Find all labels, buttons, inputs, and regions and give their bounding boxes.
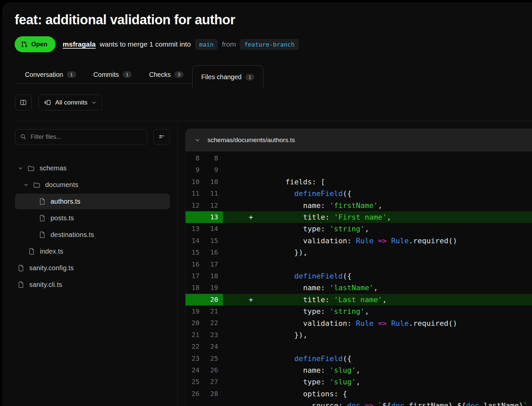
pr-byline: msfragala wants to merge 1 commit into m…: [63, 39, 299, 50]
diff-file-path: schemas/documents/authors.ts: [207, 136, 295, 144]
code-cell: name: 'slug',: [223, 341, 532, 352]
diff-panel: schemas/documents/authors.ts 8 8 fields:…: [185, 128, 532, 406]
new-line-number: 28: [204, 388, 223, 400]
pr-tabs: Conversation 1 Commits 1 Checks 3 Files …: [3, 65, 532, 89]
code-text: source: doc => `${doc.firstName} ${doc.l…: [268, 401, 528, 406]
code-cell: defineField({: [223, 247, 532, 258]
new-line-number: 18: [204, 270, 223, 282]
code-cell: name: 'firstName',: [223, 176, 532, 188]
sidebar-divider: [178, 121, 178, 406]
diff-sign: +: [249, 211, 253, 223]
diff-sign: +: [249, 294, 253, 305]
diff-row: 24 26 options: {: [186, 364, 532, 376]
tab-checks[interactable]: Checks 3: [140, 65, 192, 84]
code-cell: type: 'string',: [223, 200, 532, 211]
diff-toolbar: All commits: [15, 95, 102, 110]
tree-item-sanity-cli-ts[interactable]: sanity.cli.ts: [15, 277, 170, 293]
split-view-button[interactable]: [15, 95, 32, 110]
filter-options-button[interactable]: [153, 129, 170, 145]
old-line-number: 16: [186, 259, 204, 270]
tree-item-posts-ts[interactable]: posts.ts: [15, 210, 170, 226]
diff-row: 20 + validation: Rule => Rule.required(): [186, 294, 532, 305]
code-cell: type: 'string',: [223, 282, 532, 294]
old-line-number: 19: [186, 305, 204, 317]
pr-meta-row: Open msfragala wants to merge 1 commit i…: [15, 36, 299, 52]
old-line-number: 18: [186, 282, 204, 294]
new-line-number: 17: [204, 259, 223, 270]
head-branch-badge[interactable]: feature-branch: [240, 39, 299, 50]
base-branch-badge[interactable]: main: [195, 39, 218, 50]
pr-status-badge[interactable]: Open: [15, 36, 56, 52]
old-line-number: 8: [186, 152, 204, 164]
diff-row: 13 + validation: Rule => Rule.required(): [186, 211, 532, 223]
pr-status-label: Open: [31, 41, 48, 48]
diff-row: 13 14 }),: [186, 223, 532, 235]
new-line-number: 25: [204, 353, 223, 364]
old-line-number: 10: [186, 176, 204, 188]
tab-conversation[interactable]: Conversation 1: [16, 65, 85, 84]
diff-row: 23 25 type: 'slug',: [186, 353, 532, 364]
code-cell: + validation: Rule => Rule.required(): [223, 211, 532, 223]
file-icon: [39, 231, 46, 238]
new-line-number: 22: [204, 317, 223, 329]
tree-item-sanity-config-ts[interactable]: sanity.config.ts: [15, 260, 170, 276]
chevron-down-icon: [18, 166, 23, 171]
code-cell: defineField({: [223, 329, 532, 341]
new-line-number: 11: [204, 188, 223, 199]
tab-label: Conversation: [25, 71, 63, 79]
tree-item-label: documents: [45, 181, 78, 189]
tree-item-label: index.ts: [40, 248, 64, 255]
code-cell: },: [223, 388, 532, 400]
tab-count-badge: 1: [123, 71, 132, 78]
code-cell: name: 'lastName',: [223, 259, 532, 270]
file-icon: [29, 248, 35, 255]
tree-item-label: destinations.ts: [51, 231, 94, 239]
tree-item-documents[interactable]: documents: [15, 177, 170, 193]
old-line-number: 12: [186, 200, 204, 211]
tree-item-index-ts[interactable]: index.ts: [15, 244, 170, 259]
new-line-number: 13: [204, 211, 223, 223]
diff-row: 17 18 title: 'Last name',: [186, 270, 532, 282]
filter-files-box: [15, 129, 147, 145]
old-line-number: 21: [186, 329, 204, 341]
tree-item-destinations-ts[interactable]: destinations.ts: [15, 227, 170, 243]
new-line-number: 19: [204, 282, 223, 294]
search-icon: [20, 133, 27, 140]
new-line-number: 10: [204, 176, 223, 188]
old-line-number: 13: [186, 223, 204, 235]
new-line-number: 15: [204, 235, 223, 247]
diff-row: 10 10 name: 'firstName',: [186, 176, 532, 188]
diff-row: 26 28 },: [186, 388, 532, 400]
old-line-number: 25: [186, 376, 204, 388]
new-line-number: 14: [204, 223, 223, 235]
tab-commits[interactable]: Commits 1: [85, 65, 141, 84]
tab-files-changed[interactable]: Files changed 1: [192, 65, 263, 89]
tree-item-label: sanity.config.ts: [29, 264, 74, 272]
new-line-number: 27: [204, 376, 223, 388]
diff-row: 18 19 type: 'string',: [186, 282, 532, 294]
old-line-number: 11: [186, 188, 204, 199]
code-cell: options: {: [223, 364, 532, 376]
filter-files-input[interactable]: [15, 129, 147, 145]
filter-lines-icon: [158, 134, 165, 140]
tab-label: Checks: [149, 71, 171, 79]
old-line-number: 22: [186, 341, 204, 352]
all-commits-dropdown[interactable]: All commits: [38, 95, 102, 110]
tree-item-schemas[interactable]: schemas: [15, 160, 170, 176]
diff-row: 9 9 defineField({: [186, 164, 532, 176]
author-link[interactable]: msfragala: [63, 40, 96, 48]
versions-icon: [44, 99, 51, 106]
new-line-number: 20: [204, 294, 223, 305]
collapse-file-chevron-icon[interactable]: [195, 137, 200, 143]
code-cell: + validation: Rule => Rule.required(): [223, 294, 532, 305]
code-cell: fields: [: [223, 152, 532, 164]
code-cell: }),: [223, 223, 532, 235]
tree-item-authors-ts[interactable]: authors.ts: [15, 194, 170, 209]
old-line-number: 23: [186, 353, 204, 364]
tree-item-label: schemas: [40, 164, 66, 172]
tab-label: Commits: [93, 71, 119, 79]
new-line-number: 21: [204, 305, 223, 317]
folder-icon: [33, 181, 40, 189]
file-icon: [18, 281, 24, 288]
tree-item-label: posts.ts: [51, 214, 74, 222]
